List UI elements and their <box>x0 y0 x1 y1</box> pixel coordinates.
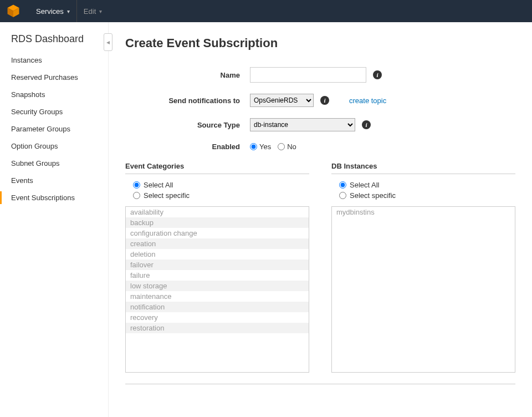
instances-select-all-label: Select All <box>350 181 379 189</box>
list-item[interactable]: deletion <box>126 249 309 260</box>
sidebar-item-option-groups[interactable]: Option Groups <box>11 138 108 155</box>
sidebar-item-events[interactable]: Events <box>11 172 108 189</box>
instances-select-all-radio[interactable] <box>339 181 346 189</box>
create-topic-link[interactable]: create topic <box>349 96 386 105</box>
categories-select-all-label: Select All <box>144 181 173 189</box>
sidebar: RDS Dashboard Instances Reserved Purchas… <box>0 22 108 417</box>
instances-select-specific-label: Select specific <box>350 191 396 200</box>
chevron-left-icon: ◂ <box>106 38 110 46</box>
page-title: Create Event Subscription <box>125 36 515 50</box>
list-item[interactable]: recovery <box>126 312 309 323</box>
instances-select-specific-radio[interactable] <box>339 192 346 199</box>
sidebar-item-reserved-purchases[interactable]: Reserved Purchases <box>11 69 108 86</box>
services-menu[interactable]: Services ▾ <box>29 0 76 22</box>
list-item[interactable]: maintenance <box>126 291 309 302</box>
info-icon[interactable]: i <box>362 120 371 129</box>
list-item[interactable]: availability <box>126 207 309 217</box>
sidebar-item-event-subscriptions[interactable]: Event Subscriptions <box>11 189 108 206</box>
enabled-no-radio[interactable] <box>278 143 285 150</box>
name-label: Name <box>125 71 250 79</box>
sidebar-item-parameter-groups[interactable]: Parameter Groups <box>11 120 108 138</box>
sidebar-collapse-handle[interactable]: ◂ <box>104 33 112 51</box>
sidebar-title: RDS Dashboard <box>11 33 108 45</box>
list-item[interactable]: restoration <box>126 323 309 333</box>
aws-cube-icon[interactable] <box>6 3 29 20</box>
sidebar-item-security-groups[interactable]: Security Groups <box>11 103 108 120</box>
db-instances-column: DB Instances Select All Select specific … <box>331 162 515 373</box>
edit-label: Edit <box>84 7 96 16</box>
chevron-down-icon: ▾ <box>67 8 70 14</box>
db-instances-title: DB Instances <box>331 162 515 170</box>
notify-select[interactable]: OpsGenieRDS <box>250 94 314 107</box>
edit-menu[interactable]: Edit ▾ <box>76 0 109 22</box>
sidebar-nav: Instances Reserved Purchases Snapshots S… <box>11 52 108 206</box>
list-item[interactable]: low storage <box>126 281 309 291</box>
enabled-no-label: No <box>287 143 296 151</box>
enabled-label: Enabled <box>125 143 250 151</box>
source-type-label: Source Type <box>125 121 250 129</box>
categories-select-specific-radio[interactable] <box>133 192 140 199</box>
list-item[interactable]: failure <box>126 270 309 281</box>
services-label: Services <box>36 7 64 16</box>
source-type-select[interactable]: db-instance <box>250 118 355 131</box>
list-item[interactable]: creation <box>126 238 309 249</box>
sidebar-item-instances[interactable]: Instances <box>11 52 108 69</box>
list-item[interactable]: failover <box>126 260 309 270</box>
main-content: Create Event Subscription Name i Send no… <box>108 22 532 417</box>
top-navbar: Services ▾ Edit ▾ <box>0 0 532 22</box>
event-categories-column: Event Categories Select All Select speci… <box>125 162 309 373</box>
categories-select-all-radio[interactable] <box>133 181 140 189</box>
list-item[interactable]: backup <box>126 217 309 228</box>
sidebar-item-subnet-groups[interactable]: Subnet Groups <box>11 155 108 172</box>
name-input[interactable] <box>250 67 366 83</box>
info-icon[interactable]: i <box>320 96 329 105</box>
event-categories-listbox[interactable]: availability backup configuration change… <box>125 206 309 373</box>
list-item[interactable]: notification <box>126 302 309 312</box>
event-categories-title: Event Categories <box>125 162 309 170</box>
enabled-yes-radio[interactable] <box>250 143 257 150</box>
notify-label: Send notifications to <box>125 96 250 105</box>
db-instances-listbox[interactable]: mydbinstins <box>331 206 515 373</box>
list-item[interactable]: configuration change <box>126 228 309 238</box>
chevron-down-icon: ▾ <box>99 8 102 14</box>
sidebar-item-snapshots[interactable]: Snapshots <box>11 86 108 103</box>
enabled-yes-label: Yes <box>259 143 271 151</box>
categories-select-specific-label: Select specific <box>144 191 190 200</box>
info-icon[interactable]: i <box>373 70 382 79</box>
list-item[interactable]: mydbinstins <box>332 207 515 217</box>
